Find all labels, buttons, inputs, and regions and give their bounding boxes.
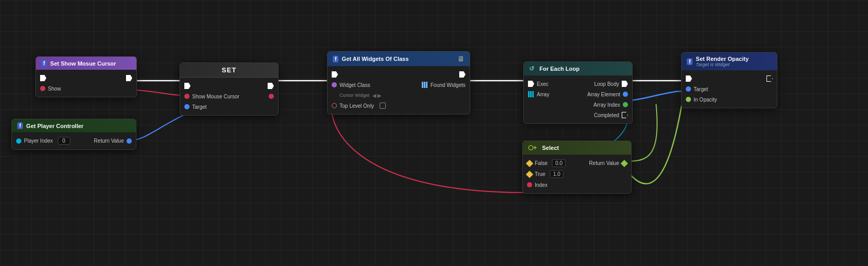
set-exec-in[interactable] [184,83,191,89]
sro-opacity-row: In Opacity [682,94,777,105]
set-show-mouse-cursor-header: f Set Show Mosue Cursor [36,57,136,70]
sro-exec-row [682,73,777,84]
for-each-body: Exec Loop Body Array Array Element Array… [524,75,632,123]
fel-exec-in[interactable] [528,81,534,87]
sro-exec-in[interactable] [686,75,692,82]
gpc-pins-row: Player Index 0 Return Value [12,135,136,146]
gaw-cursor-widget-row: Cursor Widget ◀ ▶ [328,90,470,100]
gpc-func-icon: f [17,122,23,129]
sro-exec-out[interactable] [766,75,773,82]
gpc-body: Player Index 0 Return Value [12,132,136,149]
get-player-controller-header: f Get Player Controller [12,119,136,132]
select-icon: ⬡+ [528,144,537,151]
player-index-pin[interactable] [16,138,21,144]
show-mouse-cursor-label: Show Mouse Cursor [192,94,240,99]
sel-index-row: Index [523,180,631,190]
fel-exec-row: Exec Loop Body [524,79,632,89]
widget-class-label: Widget Class [339,82,370,88]
show-label: Show [48,86,61,92]
show-pin[interactable] [40,86,45,91]
set-header: SET [180,63,278,78]
index-pin[interactable] [527,182,532,187]
pin-row-exec [36,73,136,83]
array-in-pin[interactable] [528,91,534,97]
index-label: Index [535,182,547,188]
completed-pin[interactable] [622,112,628,118]
fel-array-index-row: Array Index [524,99,632,110]
cursor-widget-label: Cursor Widget [339,93,370,98]
select-node[interactable]: ⬡+ Select False 0.0 Return Value True 1.… [522,141,632,194]
set-render-opacity-node[interactable]: f Set Render Opacity Target is Widget Ta… [681,52,777,108]
set-render-opacity-header: f Set Render Opacity Target is Widget [682,53,777,70]
set-node[interactable]: SET Show Mouse Cursor Target [180,62,279,116]
set-target-row: Target [180,102,278,112]
sro-opacity-label: In Opacity [694,97,717,103]
get-all-widgets-node[interactable]: f Get All Widgets Of Class 🖥 Widget Clas… [327,51,470,115]
loop-body-pin[interactable] [622,81,628,87]
node-title: Set Show Mosue Cursor [50,60,116,67]
top-level-pin[interactable] [332,103,337,108]
monitor-icon: 🖥 [457,55,464,63]
target-label: Target [192,104,207,110]
set-exec-out[interactable] [268,83,274,89]
set-render-func-icon: f [687,58,693,65]
top-level-checkbox[interactable] [380,103,386,109]
gaw-exec-row [328,69,470,80]
for-each-header: ↺ For Each Loop [524,62,632,75]
fel-completed-row: Completed [524,110,632,120]
gaw-exec-in[interactable] [332,71,338,78]
true-value[interactable]: 1.0 [550,170,563,178]
cursor-widget-arrows[interactable]: ◀ ▶ [372,93,382,98]
sro-target-label: Target [694,86,708,92]
exec-out-pin[interactable] [126,75,132,81]
array-index-pin[interactable] [623,102,628,107]
sel-true-row: True 1.0 [523,169,631,180]
false-value[interactable]: 0.0 [552,159,565,167]
player-index-value[interactable]: 0 [58,137,70,145]
set-title: SET [185,66,273,74]
get-widgets-func-icon: f [333,56,338,62]
gaw-top-level-row: Top Level Only [328,100,470,111]
get-all-widgets-title: Get All Widgets Of Class [342,56,408,62]
true-label: True [535,171,545,177]
select-return-label: Return Value [589,160,619,166]
target-pin[interactable] [184,104,190,109]
set-show-mouse-cursor-node[interactable]: f Set Show Mosue Cursor Show [35,56,137,97]
gaw-exec-out[interactable] [459,71,466,78]
array-element-label: Array Element [587,92,620,97]
sro-target-row: Target [682,84,777,94]
loop-icon: ↺ [529,65,534,72]
set-show-mouse-row: Show Mouse Cursor [180,91,278,102]
player-index-label: Player Index [24,138,53,144]
gpc-title: Get Player Controller [26,123,83,129]
select-title: Select [542,145,559,151]
for-each-loop-node[interactable]: ↺ For Each Loop Exec Loop Body Array Arr… [523,61,633,124]
completed-label: Completed [594,112,619,118]
array-index-label: Array Index [594,102,620,108]
exec-in-pin[interactable] [40,75,46,81]
widget-class-pin[interactable] [332,82,337,87]
false-pin[interactable] [526,159,533,167]
true-pin[interactable] [526,170,533,178]
sro-opacity-pin[interactable] [686,97,691,102]
select-return-pin[interactable] [621,159,628,167]
for-each-title: For Each Loop [539,66,580,72]
return-value-label: Return Value [94,138,124,144]
set-render-subtitle: Target is Widget [696,62,748,67]
exec-label: Exec [537,81,548,87]
array-label: Array [537,92,549,97]
top-level-only-label: Top Level Only [339,103,374,109]
array-element-pin[interactable] [623,92,628,97]
select-body: False 0.0 Return Value True 1.0 Index [523,155,631,193]
show-mouse-cursor-pin-in[interactable] [184,94,190,99]
found-widgets-pin[interactable] [422,82,428,88]
show-mouse-cursor-pin-out[interactable] [269,94,274,99]
return-value-pin[interactable] [127,138,132,144]
select-header: ⬡+ Select [523,141,631,155]
sro-target-pin[interactable] [686,86,691,92]
func-icon: f [41,60,47,67]
get-player-controller-node[interactable]: f Get Player Controller Player Index 0 R… [11,119,136,150]
set-body: Show Mouse Cursor Target [180,78,278,115]
set-render-title: Set Render Opacity [696,56,748,62]
node-body: Show [36,70,136,97]
